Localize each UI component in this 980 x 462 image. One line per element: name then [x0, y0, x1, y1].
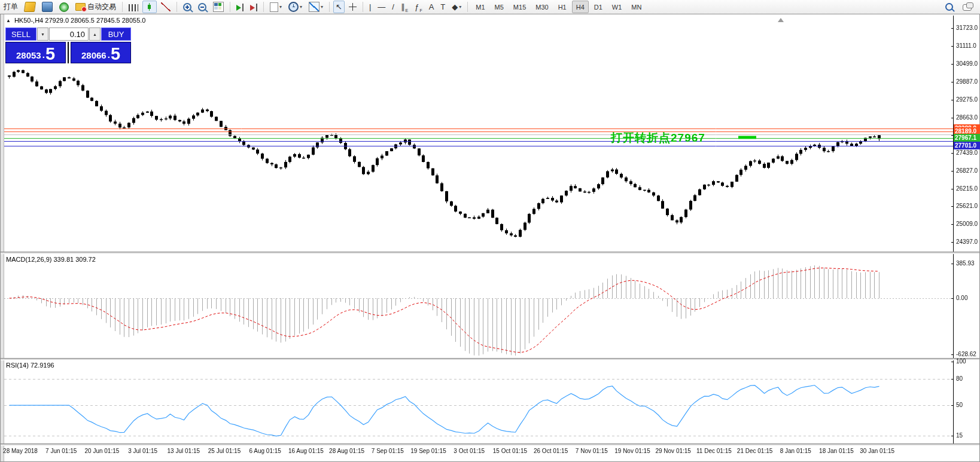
- timeframe-button-d1[interactable]: D1: [590, 1, 607, 13]
- sell-price-dot: .: [42, 50, 45, 60]
- rsi-axis-tick: 80: [956, 375, 963, 382]
- new-order-button[interactable]: 打单: [1, 1, 20, 13]
- bar-chart-icon: [129, 4, 138, 11]
- time-axis-tick: 20 Jun 01:15: [84, 448, 119, 454]
- crosshair-tool-button[interactable]: [346, 1, 359, 13]
- time-axis-tick: 25 Jul 01:15: [208, 448, 241, 454]
- indicators-icon: [270, 2, 278, 12]
- chart-title-text: HK50-,H4 27929.0 28065.5 27845.5 28055.0: [14, 17, 146, 24]
- fibonacci-icon: ƒ: [415, 3, 419, 11]
- fibonacci-tool-button[interactable]: ƒF: [412, 1, 425, 13]
- candlestick-chart-button[interactable]: [142, 1, 157, 13]
- price-chart-canvas[interactable]: [1, 14, 980, 461]
- equidistant-channel-icon: ∥: [401, 3, 405, 11]
- timeframe-button-w1[interactable]: W1: [608, 1, 626, 13]
- macd-axis-tick: 385.93: [956, 260, 975, 267]
- caret-down-icon: ▾: [279, 4, 282, 10]
- caret-up-icon: ▴: [93, 32, 96, 37]
- time-axis-tick: 26 Oct 01:15: [534, 448, 568, 454]
- arrows-tool-button[interactable]: ◆▾: [449, 1, 464, 13]
- timeframe-button-m15[interactable]: M15: [509, 1, 530, 13]
- time-axis-tick: 30 Jan 01:15: [860, 448, 894, 454]
- channel-sub-label: E: [405, 8, 408, 13]
- sell-price-main: 28053: [16, 51, 41, 60]
- trendline-tool-button[interactable]: /: [389, 1, 397, 13]
- macd-label: MACD(12,26,9) 339.81 309.72: [6, 256, 96, 263]
- market-watch-button[interactable]: [39, 1, 55, 13]
- price-axis-tick: 29275.0: [956, 96, 978, 103]
- timeframe-button-m30[interactable]: M30: [531, 1, 552, 13]
- indicators-button[interactable]: ▾: [267, 1, 284, 13]
- search-button[interactable]: [943, 1, 955, 13]
- one-click-trading-panel: SELL ▾ 0.10 ▴ BUY 28053.5 28066.5: [5, 27, 131, 63]
- label-tool-icon: T: [440, 3, 445, 11]
- templates-button[interactable]: ▾: [306, 1, 325, 13]
- new-order-label: 打单: [4, 2, 18, 12]
- auto-scroll-button[interactable]: [234, 1, 246, 13]
- buy-price-main: 28066: [81, 51, 106, 60]
- chart-shift-button[interactable]: [248, 1, 260, 13]
- trade-panel-price-row: 28053.5 28066.5: [5, 42, 131, 63]
- periods-button[interactable]: ▾: [286, 1, 305, 13]
- pane-divider: [1, 443, 979, 446]
- time-axis-tick: 3 Jul 01:15: [128, 448, 157, 454]
- signals-button[interactable]: [57, 1, 71, 13]
- time-axis-tick: 11 Dec 01:15: [696, 448, 732, 454]
- volume-decrease-button[interactable]: ▾: [37, 27, 48, 41]
- timeframe-button-h4[interactable]: H4: [572, 1, 589, 13]
- price-line-label: 27701.0: [954, 142, 980, 149]
- horizontal-line-icon: —: [378, 3, 385, 11]
- signals-icon: [59, 2, 69, 12]
- text-tool-button[interactable]: A: [427, 1, 437, 13]
- buy-price-dot: .: [108, 50, 110, 60]
- autotrading-button[interactable]: 自动交易: [73, 1, 118, 13]
- line-chart-button[interactable]: [159, 1, 173, 13]
- price-axis-tick: 30499.0: [956, 60, 978, 67]
- bar-chart-button[interactable]: [126, 1, 141, 13]
- pane-divider[interactable]: [1, 252, 979, 254]
- timeframe-button-m5[interactable]: M5: [491, 1, 508, 13]
- vertical-line-tool-button[interactable]: |: [367, 1, 373, 13]
- chat-icon: [963, 4, 972, 11]
- chart-shift-marker[interactable]: [778, 18, 784, 22]
- macd-axis-tick: -628.62: [956, 351, 976, 357]
- time-axis-tick: 19 Nov 01:15: [614, 448, 650, 454]
- order-book-icon: [24, 2, 36, 12]
- time-axis-tick: 8 Jan 01:15: [780, 448, 811, 454]
- volume-input[interactable]: 0.10: [49, 27, 89, 41]
- axis-bar-decoration: [242, 4, 244, 11]
- fibonacci-sub-label: F: [419, 8, 422, 13]
- pane-divider[interactable]: [1, 358, 979, 360]
- chart-window: ▲ HK50-,H4 27929.0 28065.5 27845.5 28055…: [0, 14, 980, 462]
- volume-increase-button[interactable]: ▴: [89, 27, 101, 41]
- cursor-tool-button[interactable]: ↖: [333, 1, 345, 13]
- zoom-in-button[interactable]: [181, 1, 194, 13]
- toolbar-separator: [467, 2, 468, 12]
- buy-price-box[interactable]: 28066.5: [71, 42, 131, 63]
- chat-button[interactable]: [960, 1, 974, 13]
- timeframe-group: M1M5M15M30H1H4D1W1MN: [471, 1, 646, 13]
- horizontal-line-tool-button[interactable]: —: [375, 1, 388, 13]
- order-book-button[interactable]: [22, 1, 38, 13]
- sell-price-box[interactable]: 28053.5: [5, 42, 66, 63]
- timeframe-button-h1[interactable]: H1: [554, 1, 571, 13]
- price-axis-tick: 25621.0: [956, 203, 978, 209]
- tile-windows-button[interactable]: [211, 1, 226, 13]
- label-tool-button[interactable]: T: [438, 1, 448, 13]
- rsi-axis-tick: 15: [956, 432, 963, 439]
- collapse-panel-arrow[interactable]: ▲: [6, 18, 11, 23]
- timeframe-button-m1[interactable]: M1: [471, 1, 489, 13]
- time-axis-tick: 28 Aug 01:15: [329, 448, 364, 454]
- zoom-out-button[interactable]: [196, 1, 209, 13]
- time-axis-tick: 7 Jun 01:15: [45, 448, 77, 454]
- caret-down-icon: ▾: [459, 4, 461, 10]
- channel-tool-button[interactable]: ∥E: [398, 1, 410, 13]
- buy-button[interactable]: BUY: [101, 27, 131, 41]
- crosshair-icon: [349, 3, 357, 11]
- sell-button[interactable]: SELL: [5, 27, 36, 41]
- toolbar-separator: [329, 2, 330, 12]
- rsi-axis-tick: 100: [956, 358, 966, 365]
- toolbar-separator: [263, 2, 264, 12]
- time-axis-tick: 21 Dec 01:15: [737, 448, 773, 454]
- timeframe-button-mn[interactable]: MN: [627, 1, 646, 13]
